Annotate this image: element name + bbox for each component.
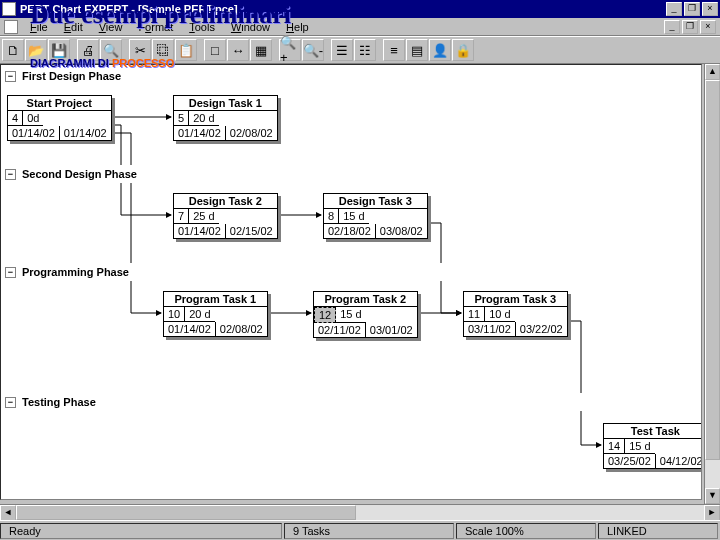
mdi-child-icon[interactable] <box>4 20 18 34</box>
status-ready: Ready <box>0 523 282 539</box>
menu-tools[interactable]: Tools <box>181 19 223 35</box>
collapse-icon[interactable]: − <box>5 169 16 180</box>
status-linked: LINKED <box>598 523 718 539</box>
menu-bar: FFileile Edit View Format Tools Window H… <box>0 18 720 36</box>
menu-window[interactable]: Window <box>223 19 278 35</box>
user-button[interactable]: 👤 <box>429 39 451 61</box>
minimize-button[interactable]: _ <box>666 2 682 16</box>
task-program-3[interactable]: Program Task 3 1110 d 03/11/0203/22/02 <box>463 291 568 337</box>
task-design-2[interactable]: Design Task 2 725 d 01/14/0202/15/02 <box>173 193 278 239</box>
phase-label: Second Design Phase <box>22 168 137 180</box>
phase-first-design[interactable]: − First Design Phase <box>1 67 701 85</box>
print-preview-button[interactable]: 🔍 <box>100 39 122 61</box>
menu-view[interactable]: View <box>91 19 131 35</box>
scroll-track[interactable] <box>705 80 720 488</box>
menu-edit[interactable]: Edit <box>56 19 91 35</box>
open-button[interactable]: 📂 <box>25 39 47 61</box>
task-test[interactable]: Test Task 1415 d 03/25/0204/12/02 <box>603 423 702 469</box>
mdi-restore-button[interactable]: ❐ <box>682 20 698 34</box>
task-start-project[interactable]: Start Project 40d 01/14/0201/14/02 <box>7 95 112 141</box>
menu-help[interactable]: Help <box>278 19 317 35</box>
tool-a-button[interactable]: □ <box>204 39 226 61</box>
zoom-in-button[interactable]: 🔍+ <box>279 39 301 61</box>
new-button[interactable]: 🗋 <box>2 39 24 61</box>
print-button[interactable]: 🖨 <box>77 39 99 61</box>
layout-b-button[interactable]: ☷ <box>354 39 376 61</box>
collapse-icon[interactable]: − <box>5 267 16 278</box>
chart-canvas[interactable]: − First Design Phase Start Project 40d 0… <box>0 64 702 500</box>
maximize-button[interactable]: ❐ <box>684 2 700 16</box>
scroll-right-button[interactable]: ► <box>704 505 720 521</box>
mdi-minimize-button[interactable]: _ <box>664 20 680 34</box>
tool-b-button[interactable]: ↔ <box>227 39 249 61</box>
view-list-button[interactable]: ≡ <box>383 39 405 61</box>
toolbar: 🗋 📂 💾 🖨 🔍 ✂ ⿻ 📋 □ ↔ ▦ 🔍+ 🔍- ☰ ☷ ≡ ▤ 👤 🔒 <box>0 36 720 64</box>
status-tasks: 9 Tasks <box>284 523 454 539</box>
scroll-thumb[interactable] <box>705 80 720 460</box>
title-bar: PERT Chart EXPERT - [Sample PERT.pce] _ … <box>0 0 720 18</box>
zoom-out-button[interactable]: 🔍- <box>302 39 324 61</box>
task-design-3[interactable]: Design Task 3 815 d 02/18/0203/08/02 <box>323 193 428 239</box>
phase-second-design[interactable]: − Second Design Phase <box>1 165 701 183</box>
task-program-1[interactable]: Program Task 1 1020 d 01/14/0202/08/02 <box>163 291 268 337</box>
menu-format[interactable]: Format <box>130 19 181 35</box>
scroll-up-button[interactable]: ▲ <box>705 64 720 80</box>
task-program-2[interactable]: Program Task 2 1215 d 02/11/0203/01/02 <box>313 291 418 338</box>
tool-c-button[interactable]: ▦ <box>250 39 272 61</box>
scroll-track[interactable] <box>16 505 704 520</box>
status-bar: Ready 9 Tasks Scale 100% LINKED <box>0 520 720 540</box>
phase-label: Programming Phase <box>22 266 129 278</box>
scroll-left-button[interactable]: ◄ <box>0 505 16 521</box>
horizontal-scrollbar[interactable]: ◄ ► <box>0 504 720 520</box>
phase-programming[interactable]: − Programming Phase <box>1 263 701 281</box>
task-design-1[interactable]: Design Task 1 520 d 01/14/0202/08/02 <box>173 95 278 141</box>
status-scale: Scale 100% <box>456 523 596 539</box>
phase-label: First Design Phase <box>22 70 121 82</box>
collapse-icon[interactable]: − <box>5 71 16 82</box>
view-grid-button[interactable]: ▤ <box>406 39 428 61</box>
scroll-thumb[interactable] <box>16 505 356 520</box>
window-title: PERT Chart EXPERT - [Sample PERT.pce] <box>20 3 664 15</box>
paste-button[interactable]: 📋 <box>175 39 197 61</box>
phase-testing[interactable]: − Testing Phase <box>1 393 701 411</box>
mdi-close-button[interactable]: × <box>700 20 716 34</box>
menu-file[interactable]: FFileile <box>22 19 56 35</box>
app-icon <box>2 2 16 16</box>
collapse-icon[interactable]: − <box>5 397 16 408</box>
phase-label: Testing Phase <box>22 396 96 408</box>
close-button[interactable]: × <box>702 2 718 16</box>
layout-a-button[interactable]: ☰ <box>331 39 353 61</box>
cut-button[interactable]: ✂ <box>129 39 151 61</box>
scroll-down-button[interactable]: ▼ <box>705 488 720 504</box>
copy-button[interactable]: ⿻ <box>152 39 174 61</box>
lock-button[interactable]: 🔒 <box>452 39 474 61</box>
vertical-scrollbar[interactable]: ▲ ▼ <box>704 64 720 504</box>
save-button[interactable]: 💾 <box>48 39 70 61</box>
